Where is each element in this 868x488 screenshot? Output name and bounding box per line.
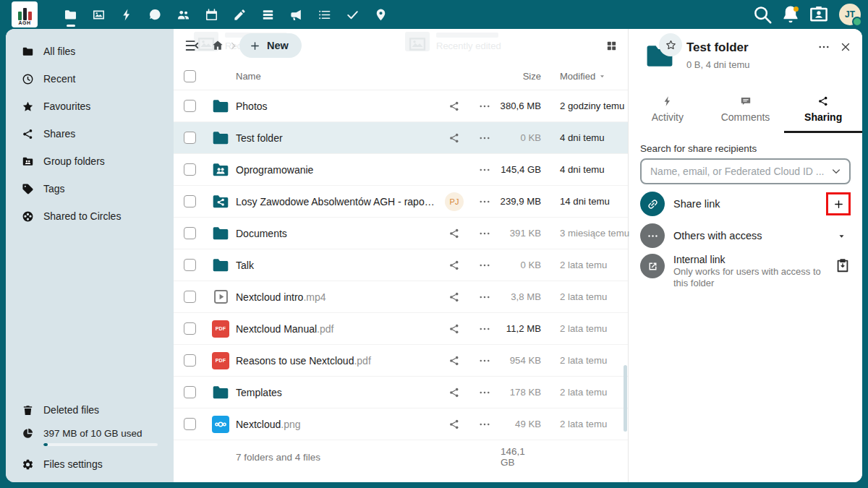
- app-deck[interactable]: [254, 0, 282, 29]
- row-actions-icon[interactable]: [478, 386, 491, 399]
- app-announcements[interactable]: [282, 0, 310, 29]
- column-header-size[interactable]: Size: [523, 71, 541, 82]
- row-actions-icon[interactable]: [478, 291, 491, 304]
- select-checkbox[interactable]: [184, 418, 196, 430]
- copy-internal-link-button[interactable]: [835, 257, 851, 273]
- close-icon[interactable]: [839, 40, 852, 53]
- avatar[interactable]: JT: [839, 4, 861, 25]
- contacts-menu-button[interactable]: [808, 4, 830, 25]
- row-actions-icon[interactable]: [478, 322, 491, 335]
- collapse-sidebar-icon[interactable]: [184, 38, 200, 53]
- app-files[interactable]: [56, 0, 85, 29]
- share-action-icon[interactable]: [448, 387, 460, 398]
- sidebar-item-recent[interactable]: Recent: [6, 65, 174, 93]
- app-activity[interactable]: [113, 0, 141, 29]
- file-row[interactable]: Photos380,6 MB2 godziny temu: [174, 90, 628, 122]
- share-recipient-input[interactable]: Name, email, or Federated Cloud ID ...: [640, 158, 851, 184]
- unified-search-button[interactable]: [752, 4, 773, 25]
- add-share-link-button[interactable]: [826, 192, 851, 215]
- select-checkbox[interactable]: [184, 259, 196, 271]
- file-row[interactable]: Losy Zawodowe Absolwentów AGH - raportyP…: [174, 186, 628, 218]
- app-talk[interactable]: [141, 0, 169, 29]
- share-action-icon[interactable]: [448, 323, 460, 335]
- row-actions-icon[interactable]: [478, 354, 491, 367]
- select-checkbox[interactable]: [184, 354, 196, 367]
- share-action-icon[interactable]: [448, 260, 460, 271]
- file-row[interactable]: PDFNextcloud Manual.pdf11,2 MB2 lata tem…: [174, 313, 628, 345]
- share-action-icon[interactable]: [448, 355, 460, 367]
- file-row[interactable]: Documents391 KB3 miesiące temu: [174, 218, 628, 249]
- row-actions-icon[interactable]: [478, 195, 491, 208]
- file-name[interactable]: Photos: [236, 100, 440, 112]
- share-action-icon[interactable]: [448, 100, 460, 112]
- file-name[interactable]: Templates: [236, 387, 440, 398]
- app-calendar[interactable]: [197, 0, 226, 29]
- file-row[interactable]: Oprogramowanie145,4 GB4 dni temu: [174, 154, 628, 186]
- file-name[interactable]: Oprogramowanie: [236, 164, 440, 176]
- app-contacts[interactable]: [169, 0, 197, 29]
- tab-comments[interactable]: Comments: [707, 90, 785, 133]
- new-button[interactable]: New: [239, 33, 302, 58]
- sidebar-item-group-folders[interactable]: Group folders: [6, 147, 174, 175]
- row-actions-icon[interactable]: [478, 259, 491, 272]
- file-name[interactable]: Reasons to use Nextcloud.pdf: [236, 355, 440, 367]
- file-name[interactable]: Test folder: [236, 132, 440, 144]
- sidebar-item-favourites[interactable]: Favourites: [6, 93, 174, 120]
- file-name[interactable]: Nextcloud Manual.pdf: [236, 323, 440, 335]
- tab-activity[interactable]: Activity: [629, 90, 707, 133]
- file-name[interactable]: Losy Zawodowe Absolwentów AGH - raporty: [236, 196, 440, 207]
- actions-menu-icon[interactable]: [817, 40, 830, 53]
- row-actions-icon[interactable]: [478, 163, 491, 176]
- select-all-checkbox[interactable]: [184, 70, 196, 82]
- app-photos[interactable]: [85, 0, 113, 29]
- app-notes[interactable]: [226, 0, 254, 29]
- row-actions-icon[interactable]: [478, 418, 491, 431]
- favourite-star-button[interactable]: [659, 33, 682, 56]
- app-tasks-list[interactable]: [310, 0, 339, 29]
- file-name[interactable]: Documents: [236, 228, 440, 239]
- sidebar-item-tags[interactable]: Tags: [6, 175, 174, 202]
- notifications-button[interactable]: [780, 4, 801, 25]
- share-action-icon[interactable]: [448, 419, 460, 430]
- file-row[interactable]: Templates178 KB2 lata temu: [174, 377, 628, 408]
- file-row[interactable]: Talk0 KB2 lata temu: [174, 249, 628, 281]
- scrollbar-thumb[interactable]: [624, 365, 627, 432]
- column-header-name[interactable]: Name: [236, 71, 440, 82]
- row-actions-icon[interactable]: [478, 100, 491, 113]
- sidebar-item-files-settings[interactable]: Files settings: [6, 450, 174, 478]
- select-checkbox[interactable]: [184, 322, 196, 335]
- share-action-icon[interactable]: [448, 132, 460, 144]
- select-checkbox[interactable]: [184, 163, 196, 176]
- app-tasks[interactable]: [339, 0, 367, 29]
- share-action-icon[interactable]: [448, 228, 460, 239]
- share-action-icon[interactable]: [448, 291, 460, 303]
- grid-view-toggle-icon[interactable]: [605, 40, 618, 52]
- caret-down-icon[interactable]: [837, 231, 846, 241]
- file-row[interactable]: Nextcloud.png49 KB2 lata temu: [174, 408, 628, 440]
- select-checkbox[interactable]: [184, 227, 196, 239]
- breadcrumb-home-icon[interactable]: [211, 39, 224, 52]
- file-row[interactable]: Nextcloud intro.mp43,8 MB2 lata temu: [174, 281, 628, 313]
- file-row[interactable]: Test folder0 KB4 dni temu: [174, 122, 628, 154]
- row-actions-icon[interactable]: [478, 132, 491, 145]
- agh-logo[interactable]: AGH: [12, 1, 38, 27]
- sidebar-item-deleted-files[interactable]: Deleted files: [6, 396, 174, 424]
- tab-sharing[interactable]: Sharing: [784, 90, 862, 133]
- select-checkbox[interactable]: [184, 291, 196, 303]
- file-name[interactable]: Nextcloud intro.mp4: [236, 291, 440, 303]
- chevron-down-icon[interactable]: [830, 166, 842, 177]
- others-with-access-row[interactable]: Others with access: [640, 223, 851, 248]
- quota[interactable]: 397 MB of 10 GB used: [6, 424, 174, 450]
- file-name[interactable]: Talk: [236, 260, 440, 271]
- row-actions-icon[interactable]: [478, 227, 491, 240]
- sidebar-item-shares[interactable]: Shares: [6, 120, 174, 147]
- select-checkbox[interactable]: [184, 195, 196, 207]
- app-maps[interactable]: [367, 0, 395, 29]
- select-checkbox[interactable]: [184, 386, 196, 398]
- file-row[interactable]: PDFReasons to use Nextcloud.pdf954 KB2 l…: [174, 345, 628, 377]
- select-checkbox[interactable]: [184, 100, 196, 112]
- select-checkbox[interactable]: [184, 132, 196, 144]
- sidebar-item-shared-to-circles[interactable]: Shared to Circles: [6, 202, 174, 230]
- file-name[interactable]: Nextcloud.png: [236, 419, 440, 430]
- sidebar-item-all-files[interactable]: All files: [6, 38, 174, 65]
